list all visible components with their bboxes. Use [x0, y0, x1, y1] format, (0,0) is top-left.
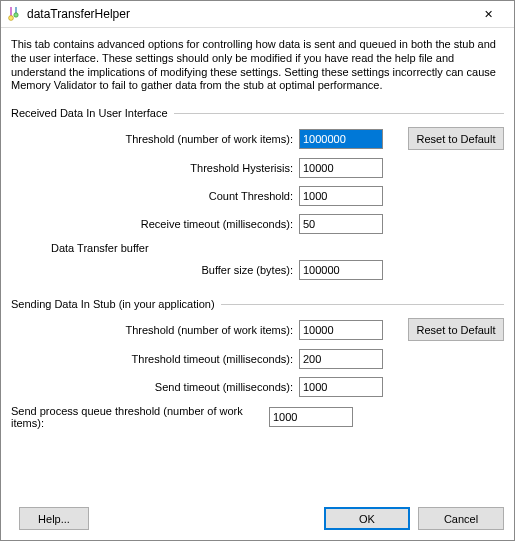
help-button[interactable]: Help...	[19, 507, 89, 530]
recv-timeout-label: Receive timeout (milliseconds):	[11, 218, 299, 230]
recv-threshold-input[interactable]	[299, 129, 383, 149]
svg-point-3	[14, 13, 18, 17]
row-recv-count: Count Threshold:	[11, 186, 504, 206]
send-timeout-input[interactable]	[299, 349, 383, 369]
send-procqueue-label: Send process queue threshold (number of …	[11, 405, 269, 429]
group-received-label: Received Data In User Interface	[11, 107, 504, 119]
dialog-window: dataTransferHelper ✕ This tab contains a…	[0, 0, 515, 541]
row-send-timeout: Threshold timeout (milliseconds):	[11, 349, 504, 369]
send-timeout-label: Threshold timeout (milliseconds):	[11, 353, 299, 365]
group-sending-label: Sending Data In Stub (in your applicatio…	[11, 298, 504, 310]
row-send-ms: Send timeout (milliseconds):	[11, 377, 504, 397]
close-button[interactable]: ✕	[468, 1, 508, 28]
titlebar: dataTransferHelper ✕	[1, 1, 514, 28]
row-recv-timeout: Receive timeout (milliseconds):	[11, 214, 504, 234]
send-ms-label: Send timeout (milliseconds):	[11, 381, 299, 393]
app-icon	[7, 6, 23, 22]
buffer-size-label: Buffer size (bytes):	[11, 264, 299, 276]
reset-received-button[interactable]: Reset to Default	[408, 127, 504, 150]
send-threshold-label: Threshold (number of work items):	[11, 324, 299, 336]
recv-threshold-label: Threshold (number of work items):	[11, 133, 299, 145]
window-title: dataTransferHelper	[27, 7, 468, 21]
description-text: This tab contains advanced options for c…	[11, 38, 504, 93]
send-procqueue-input[interactable]	[269, 407, 353, 427]
cancel-button[interactable]: Cancel	[418, 507, 504, 530]
dialog-footer: Help... OK Cancel	[1, 501, 514, 540]
buffer-sublabel: Data Transfer buffer	[51, 242, 504, 254]
ok-button[interactable]: OK	[324, 507, 410, 530]
row-recv-threshold: Threshold (number of work items): Reset …	[11, 127, 504, 150]
buffer-size-input[interactable]	[299, 260, 383, 280]
send-ms-input[interactable]	[299, 377, 383, 397]
row-send-procqueue: Send process queue threshold (number of …	[11, 405, 504, 429]
recv-hyst-input[interactable]	[299, 158, 383, 178]
send-threshold-input[interactable]	[299, 320, 383, 340]
recv-hyst-label: Threshold Hysterisis:	[11, 162, 299, 174]
row-send-threshold: Threshold (number of work items): Reset …	[11, 318, 504, 341]
dialog-content: This tab contains advanced options for c…	[1, 28, 514, 501]
reset-sending-button[interactable]: Reset to Default	[408, 318, 504, 341]
recv-count-label: Count Threshold:	[11, 190, 299, 202]
recv-timeout-input[interactable]	[299, 214, 383, 234]
row-buffer-size: Buffer size (bytes):	[11, 260, 504, 280]
row-recv-hyst: Threshold Hysterisis:	[11, 158, 504, 178]
recv-count-input[interactable]	[299, 186, 383, 206]
svg-rect-0	[10, 7, 12, 16]
svg-point-1	[9, 16, 14, 21]
close-icon: ✕	[484, 8, 493, 21]
svg-rect-2	[15, 7, 17, 13]
